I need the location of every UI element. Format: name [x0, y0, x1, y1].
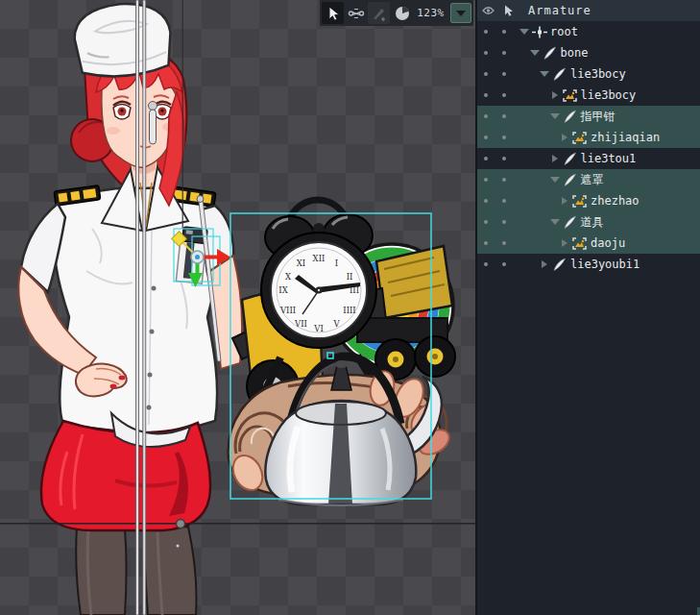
node-type-icon — [571, 132, 588, 144]
visibility-dot-toggle[interactable] — [484, 178, 488, 182]
lock-dot-toggle[interactable] — [502, 220, 506, 224]
bone-icon — [563, 152, 577, 166]
image-slot-icon — [572, 237, 587, 250]
svg-text:XII: XII — [313, 254, 326, 263]
head-joint[interactable] — [149, 102, 157, 111]
expand-triangle-icon[interactable] — [560, 239, 569, 247]
expand-triangle-icon[interactable] — [540, 260, 549, 268]
visibility-eye-icon[interactable] — [481, 6, 495, 15]
lock-dot-toggle[interactable] — [502, 93, 506, 97]
row-toggles — [477, 72, 512, 76]
visibility-dot-toggle[interactable] — [484, 93, 488, 97]
tree-row-lie3bocy[interactable]: lie3bocy — [477, 63, 700, 85]
row-toggles — [477, 114, 512, 118]
tree-row-daoju[interactable]: daoju — [477, 233, 700, 254]
svg-text:XI: XI — [297, 258, 305, 268]
visibility-dot-toggle[interactable] — [484, 30, 488, 34]
tree-row-lie3youbi1[interactable]: lie3youbi1 — [477, 254, 700, 275]
tree-row-zhezhao[interactable]: zhezhao — [477, 190, 700, 211]
node-label: zhezhao — [591, 194, 640, 208]
panel-title: Armature — [528, 4, 591, 17]
bone-icon — [563, 173, 577, 187]
tree-row-zhijiaqian[interactable]: zhijiaqian — [477, 127, 700, 148]
expand-triangle-icon[interactable] — [550, 91, 560, 99]
cursor-arrow-icon — [325, 5, 342, 22]
visibility-dot-toggle[interactable] — [484, 241, 488, 245]
lock-dot-toggle[interactable] — [502, 114, 506, 118]
expand-triangle-icon[interactable] — [550, 155, 560, 162]
lock-dot-toggle[interactable] — [502, 199, 506, 203]
tree-row-道具[interactable]: 道具 — [477, 211, 700, 233]
hierarchy-rows: root bone — [477, 21, 700, 615]
lock-dot-toggle[interactable] — [502, 241, 506, 245]
node-type-icon — [562, 89, 578, 102]
node-label: 指甲钳 — [581, 109, 616, 125]
lock-dot-toggle[interactable] — [502, 30, 506, 34]
visibility-dot-toggle[interactable] — [484, 114, 488, 118]
visibility-dot-toggle[interactable] — [484, 135, 488, 139]
lock-dot-toggle[interactable] — [502, 72, 506, 76]
node-label: 遮罩 — [581, 172, 604, 188]
expand-triangle-icon[interactable] — [550, 177, 560, 183]
node-label: daoju — [591, 236, 625, 250]
tree-row-bone[interactable]: bone — [477, 42, 700, 63]
add-brush-tool-button[interactable] — [368, 2, 390, 24]
node-label: lie3bocy — [570, 67, 626, 81]
bone-icon — [552, 67, 567, 82]
node-type-icon — [531, 25, 547, 39]
expand-triangle-icon[interactable] — [530, 50, 540, 56]
expand-triangle-icon[interactable] — [550, 113, 560, 119]
expand-triangle-icon[interactable] — [560, 197, 569, 205]
visibility-dot-toggle[interactable] — [484, 199, 488, 203]
expand-triangle-icon[interactable] — [550, 219, 560, 225]
row-toggles — [477, 93, 512, 97]
lock-dot-toggle[interactable] — [502, 262, 506, 266]
node-label: lie3youbi1 — [570, 258, 640, 271]
visibility-dot-toggle[interactable] — [484, 262, 488, 266]
select-tool-button[interactable] — [322, 2, 344, 24]
expand-triangle-icon[interactable] — [540, 71, 549, 77]
root-node-icon — [532, 25, 547, 39]
lock-dot-toggle[interactable] — [502, 51, 506, 55]
indent-spacer — [512, 180, 550, 181]
tree-row-遮罩[interactable]: 遮罩 — [477, 169, 700, 190]
row-toggles — [477, 30, 512, 34]
transform-tool-button[interactable] — [345, 2, 367, 24]
bone-icon — [563, 215, 577, 230]
tree-row-root[interactable]: root — [477, 21, 700, 42]
visibility-dot-toggle[interactable] — [484, 51, 488, 55]
visibility-dot-toggle[interactable] — [484, 157, 488, 160]
lock-dot-toggle[interactable] — [502, 157, 506, 160]
row-toggles — [477, 178, 512, 182]
select-cursor-icon[interactable] — [501, 5, 515, 17]
view-pie-indicator[interactable] — [391, 2, 413, 24]
hierarchy-panel: Armature root — [475, 0, 700, 615]
node-type-icon — [551, 67, 567, 82]
nose-bone[interactable] — [150, 110, 157, 144]
spine-bone[interactable] — [143, 0, 146, 615]
expand-triangle-icon[interactable] — [519, 29, 529, 35]
stage-canvas[interactable]: XII I II III IIII V VI VII VIII IX X XI — [0, 0, 475, 615]
row-toggles — [477, 135, 512, 139]
visibility-dot-toggle[interactable] — [484, 220, 488, 224]
node-type-icon — [562, 152, 578, 166]
tree-row-指甲钳[interactable]: 指甲钳 — [477, 106, 700, 127]
indent-spacer — [512, 95, 550, 96]
lock-dot-toggle[interactable] — [502, 135, 506, 139]
svg-text:IX: IX — [278, 285, 288, 295]
visibility-dot-toggle[interactable] — [484, 72, 488, 76]
node-type-icon — [562, 110, 578, 124]
tree-row-lie3tou1[interactable]: lie3tou1 — [477, 148, 700, 169]
indent-spacer — [512, 74, 540, 75]
expand-triangle-icon[interactable] — [560, 134, 569, 141]
lock-dot-toggle[interactable] — [502, 178, 506, 182]
tree-row-lie3bocy[interactable]: lie3bocy — [477, 85, 700, 106]
node-label: root — [550, 25, 578, 38]
stage-viewport[interactable]: XII I II III IIII V VI VII VIII IX X XI — [0, 0, 475, 615]
chest-joint[interactable] — [197, 196, 204, 203]
spine-bone[interactable] — [136, 0, 139, 615]
zoom-dropdown-button[interactable] — [450, 3, 471, 23]
origin-joint[interactable] — [177, 520, 185, 529]
indent-spacer — [512, 201, 560, 202]
row-toggles — [477, 51, 512, 55]
